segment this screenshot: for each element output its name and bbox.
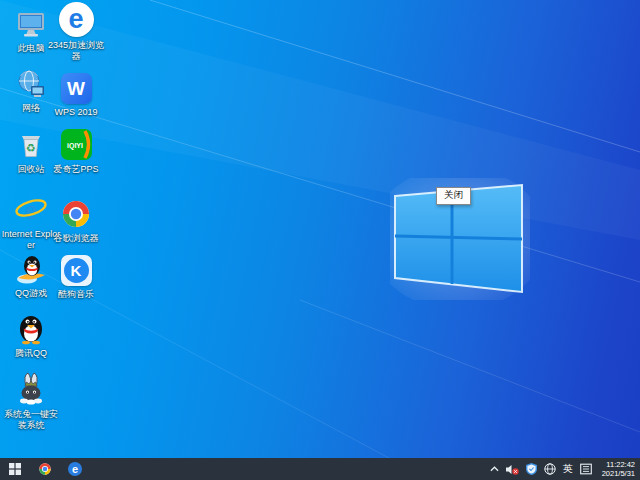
icon-label: 谷歌浏览器	[54, 233, 99, 244]
icon-label: 此电脑	[18, 43, 45, 54]
system-rabbit-icon	[14, 372, 48, 406]
iqiyi-icon: iQIYI	[60, 127, 93, 161]
security-shield-icon[interactable]	[526, 463, 537, 475]
wps-icon: W	[61, 70, 92, 104]
chrome-icon	[60, 196, 92, 230]
icon-label: 2345加速浏览器	[45, 40, 107, 62]
internet-explorer-icon: e	[14, 192, 48, 226]
icon-label: 系统兔一键安装系统	[0, 409, 62, 431]
2345-browser-icon: e	[59, 3, 94, 37]
system-tray: 英 11:22:42 2021/5/31	[490, 458, 640, 480]
volume-muted-icon[interactable]	[506, 464, 519, 475]
icon-label: 爱奇艺PPS	[53, 164, 98, 175]
desktop-icon-wps-2019[interactable]: W WPS 2019	[45, 70, 107, 118]
desktop-icon-2345-browser[interactable]: e 2345加速浏览器	[45, 3, 107, 62]
windows-start-icon	[9, 463, 21, 475]
icon-label: QQ游戏	[15, 288, 47, 299]
icon-label: 网络	[22, 103, 40, 114]
qq-games-icon	[15, 251, 47, 285]
desktop-icon-iqiyi-pps[interactable]: iQIYI 爱奇艺PPS	[45, 127, 107, 175]
svg-text:♻: ♻	[26, 142, 36, 155]
desktop-icon-tencent-qq[interactable]: 腾讯QQ	[0, 311, 62, 359]
kugou-icon: K	[61, 252, 92, 286]
touch-keyboard-icon[interactable]	[580, 463, 592, 475]
hidden-icons-chevron[interactable]	[490, 465, 499, 473]
network-icon	[15, 66, 47, 100]
taskbar-chrome-button[interactable]	[30, 458, 60, 480]
tooltip-close: 关闭	[436, 187, 471, 205]
clock-date: 2021/5/31	[602, 469, 635, 478]
desktop-icon-kugou-music[interactable]: K 酷狗音乐	[45, 252, 107, 300]
this-pc-icon	[15, 6, 47, 40]
desktop-icon-system-rabbit[interactable]: 系统兔一键安装系统	[0, 372, 62, 431]
taskbar-clock[interactable]: 11:22:42 2021/5/31	[599, 460, 635, 478]
2345-browser-icon: e	[68, 462, 82, 476]
taskbar: e 英 11:22:42 2021/5	[0, 458, 640, 480]
icon-label: 腾讯QQ	[15, 348, 47, 359]
icon-label: 回收站	[18, 164, 45, 175]
icon-label: WPS 2019	[54, 107, 97, 118]
tencent-qq-icon	[15, 311, 47, 345]
recycle-bin-icon: ♻	[15, 127, 47, 161]
desktop-icon-chrome[interactable]: 谷歌浏览器	[45, 196, 107, 244]
icon-label: 酷狗音乐	[58, 289, 94, 300]
ime-language-indicator[interactable]: 英	[563, 462, 573, 476]
svg-text:iQIYI: iQIYI	[67, 142, 83, 150]
taskbar-2345-browser-button[interactable]: e	[60, 458, 90, 480]
network-globe-icon[interactable]	[544, 463, 556, 475]
chrome-icon	[38, 462, 52, 476]
clock-time: 11:22:42	[606, 460, 635, 469]
start-button[interactable]	[0, 458, 30, 480]
desktop-wallpaper: 关闭 此电脑 网络	[0, 0, 640, 480]
